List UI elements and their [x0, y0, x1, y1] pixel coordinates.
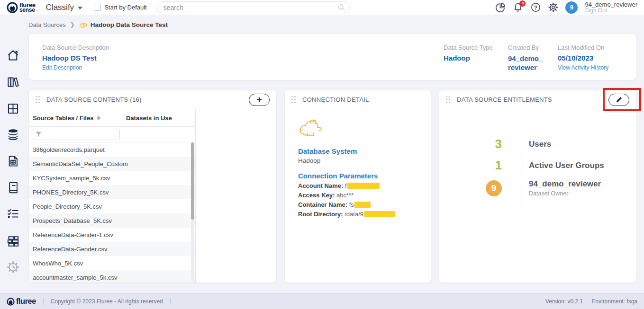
logo-wordmark: fluree sense	[19, 3, 36, 12]
contents-table-rows: 386goldenrecords.parquet SemanticDataSet…	[29, 142, 195, 283]
help-button[interactable]: ?	[530, 2, 541, 13]
notification-badge: 4	[519, 0, 526, 7]
connection-panel-body: Database System Hadoop Connection Parame…	[285, 109, 431, 218]
drag-handle-icon[interactable]	[446, 96, 451, 104]
pie-chart-icon	[496, 2, 506, 12]
grid-icon	[7, 102, 19, 115]
gear-clock-icon	[7, 261, 19, 274]
chevron-down-icon	[78, 7, 82, 9]
start-by-default-control: Start by Default	[94, 4, 147, 11]
username-label: 94_demo_reviewer	[585, 1, 637, 8]
param-account-name: Account Name: f	[298, 182, 421, 189]
book-icon	[7, 181, 19, 194]
sidebar-item-history-settings[interactable]	[7, 261, 19, 274]
top-right-tools: 4 ? 9	[495, 1, 637, 14]
table-filter-input[interactable]	[32, 129, 120, 140]
settings-button[interactable]	[548, 2, 558, 13]
entitlements-panel-title: DATA SOURCE ENTITLEMENTS	[457, 96, 552, 103]
fluree-logo-icon	[7, 2, 18, 13]
scrollbar-thumb[interactable]	[191, 142, 194, 220]
sidebar-nav	[0, 15, 27, 293]
database-system-heading: Database System	[298, 147, 421, 155]
table-row[interactable]: ReferenceData-Gender.csv	[29, 242, 195, 256]
sidebar-item-tasks[interactable]	[7, 207, 19, 220]
sidebar-item-file-data[interactable]	[7, 155, 19, 168]
user-avatar[interactable]: 9	[565, 1, 578, 14]
table-row[interactable]: KYCSystem_sample_5k.csv	[29, 171, 195, 185]
help-icon: ?	[531, 2, 541, 12]
filter-row	[29, 127, 195, 142]
svg-text:?: ?	[534, 5, 537, 10]
data-source-contents-panel: DATA SOURCE CONTENTS (16) + Source Table…	[28, 90, 277, 283]
footer-meta: Version: v0.2.1 Environment: fsqa	[545, 298, 637, 305]
start-by-default-checkbox[interactable]	[94, 4, 101, 11]
classify-dropdown[interactable]: Classify	[46, 3, 83, 12]
groups-label: Active User Groups	[529, 161, 604, 170]
contents-panel-header: DATA SOURCE CONTENTS (16) +	[29, 90, 276, 109]
search-input[interactable]	[156, 1, 350, 13]
page: fluree sense Classify Start by Default	[0, 0, 644, 309]
sidebar-item-library[interactable]	[7, 76, 19, 88]
entitlements-panel-header: DATA SOURCE ENTITLEMENTS	[439, 90, 636, 109]
table-row[interactable]: WhosWho_5K.csv	[29, 256, 195, 270]
groups-count: 1	[495, 158, 502, 173]
modified-value: 05/10/2023	[558, 54, 624, 62]
contents-panel-title: DATA SOURCE CONTENTS (16)	[46, 96, 142, 103]
column-source-tables[interactable]: Source Tables / Files	[33, 115, 100, 122]
description-value: Hadoop DS Test	[42, 54, 109, 62]
home-icon	[7, 49, 19, 62]
table-row[interactable]: 386goldenrecords.parquet	[29, 142, 195, 157]
view-activity-history-link[interactable]: View Activity History	[558, 64, 624, 71]
pencil-edit-icon	[616, 96, 623, 103]
stat-users: 3 Users	[439, 137, 636, 151]
edit-entitlements-button[interactable]	[608, 94, 629, 106]
created-by-label: Created By	[508, 44, 553, 51]
table-row[interactable]: accountmaster_sample_5k.csv	[29, 270, 195, 283]
users-label: Users	[529, 140, 551, 149]
redaction-highlight	[354, 202, 371, 208]
contents-table: Source Tables / Files Datasets in Use 38…	[29, 109, 196, 283]
description-block: Data Source Description Hadoop DS Test E…	[42, 44, 109, 71]
connection-parameters-heading: Connection Parameters	[298, 172, 421, 180]
breadcrumb-data-sources[interactable]: Data Sources	[28, 21, 66, 28]
drag-handle-icon[interactable]	[291, 96, 297, 104]
funnel-filter-icon	[36, 132, 42, 137]
add-content-button[interactable]: +	[249, 94, 270, 106]
type-value: Hadoop	[444, 54, 500, 62]
footer: fluree Copyright © 2023 Fluree - All rig…	[0, 293, 644, 309]
connection-detail-panel: CONNECTION DETAIL Database System Hadoop…	[284, 90, 431, 283]
footer-divider	[170, 298, 171, 305]
fluree-sense-logo[interactable]: fluree sense	[7, 2, 36, 13]
start-by-default-label: Start by Default	[104, 4, 147, 11]
user-menu: 94_demo_reviewer Sign Out	[585, 1, 637, 14]
description-label: Data Source Description	[42, 44, 109, 51]
table-row[interactable]: People_Directory_5K.csv	[29, 199, 195, 213]
table-row[interactable]: PHONES_Directory_5K.csv	[29, 185, 195, 199]
top-bar: fluree sense Classify Start by Default	[0, 0, 644, 15]
column-datasets-in-use: Datasets in Use	[126, 115, 172, 122]
redaction-highlight	[364, 211, 395, 217]
drag-handle-icon[interactable]	[36, 96, 41, 104]
connection-panel-title: CONNECTION DETAIL	[302, 96, 369, 103]
param-access-key: Access Key: abc***	[298, 192, 421, 199]
sidebar-item-data-sources[interactable]	[7, 128, 19, 141]
data-source-entitlements-panel: DATA SOURCE ENTITLEMENTS 3 Users 1 Activ…	[439, 90, 636, 283]
users-count: 3	[495, 137, 502, 151]
table-row[interactable]: ReferenceData-Gender-1.csv	[29, 228, 195, 242]
sign-out-link[interactable]: Sign Out	[585, 8, 637, 14]
sidebar-item-catalog[interactable]	[7, 181, 19, 194]
sidebar-item-grid[interactable]	[7, 102, 19, 115]
hadoop-elephant-icon	[298, 117, 323, 139]
library-icon	[7, 76, 19, 88]
table-row[interactable]: Prospects_Database_5K.csv	[29, 213, 195, 228]
file-spreadsheet-icon	[7, 155, 19, 168]
usage-chart-button[interactable]	[495, 2, 506, 13]
sidebar-item-home[interactable]	[7, 49, 19, 62]
database-icon	[7, 128, 19, 141]
edit-description-link[interactable]: Edit Description	[42, 64, 109, 71]
notifications-button[interactable]: 4	[513, 2, 523, 13]
table-row[interactable]: SemanticDataSet_People_Custom	[29, 157, 195, 171]
type-block: Data Source Type Hadoop	[444, 44, 500, 62]
breadcrumb-current-page: Hadoop Data Source Test	[91, 21, 168, 28]
sidebar-item-layers[interactable]	[7, 235, 19, 247]
